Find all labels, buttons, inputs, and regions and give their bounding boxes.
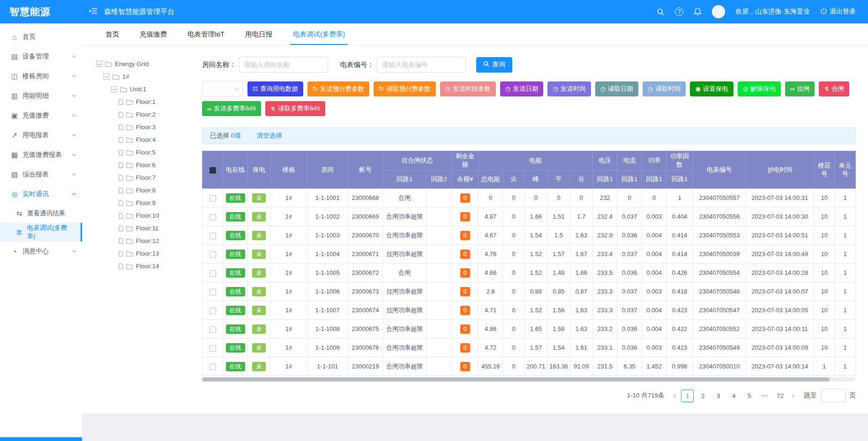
- tab-0[interactable]: 首页: [95, 23, 129, 45]
- row-checkbox[interactable]: [210, 364, 216, 370]
- sidebar-collapse-button[interactable]: [89, 7, 97, 16]
- row-checkbox[interactable]: [210, 251, 216, 258]
- tree-node[interactable]: Floor:7: [96, 171, 191, 184]
- mail-icon: ⊡: [253, 86, 258, 92]
- row-checkbox[interactable]: [210, 326, 216, 333]
- read-date-button[interactable]: ◷读取日期: [595, 81, 638, 96]
- cell-valley: 1.67: [570, 245, 592, 264]
- set-power-protect-button[interactable]: ◉设置保电: [690, 81, 733, 96]
- scrollbar-thumb[interactable]: [202, 377, 830, 382]
- read-multirate-645-button[interactable]: ↯读取多费率645: [265, 101, 325, 116]
- send-prepaid-params-button[interactable]: ↻发送预付费参数: [307, 81, 369, 96]
- close-switch-button[interactable]: ↯合闸: [819, 81, 849, 96]
- jump-page-input[interactable]: [821, 389, 846, 402]
- tree-node[interactable]: Floor:14: [96, 260, 191, 272]
- tree-node[interactable]: Floor:3: [96, 121, 191, 133]
- page-3[interactable]: 3: [712, 390, 725, 402]
- tab-3[interactable]: 用电日报: [235, 23, 283, 45]
- read-prepaid-params-button[interactable]: ↻读取预付费参数: [374, 81, 435, 96]
- cell-power: 0.004: [642, 264, 666, 282]
- sidebar-item-10[interactable]: ≣电表调试(多费率): [0, 223, 82, 242]
- chevron-down-icon: [72, 113, 76, 117]
- tab-2[interactable]: 电表管理IoT: [177, 23, 235, 45]
- table-row: 在线未1#1-1-100723000674拉闸功率超限04.7101.521.5…: [202, 301, 856, 320]
- tree-node[interactable]: Floor:2: [96, 108, 191, 121]
- tree-node[interactable]: Floor:12: [96, 235, 191, 247]
- row-checkbox[interactable]: [210, 233, 216, 239]
- sidebar-item-0[interactable]: ⌂首页: [0, 27, 82, 47]
- pull-switch-button[interactable]: ∞拉闸: [785, 81, 815, 96]
- sidebar-item-9[interactable]: ⇆查看通讯结果: [0, 204, 82, 223]
- remove-power-protect-button[interactable]: ◎解除保电: [738, 81, 781, 96]
- meter-no-input[interactable]: [377, 57, 466, 73]
- search-icon[interactable]: [657, 8, 665, 16]
- notification-bell-icon[interactable]: [694, 7, 702, 16]
- cell-online: 在线: [223, 338, 247, 357]
- file-icon: [119, 112, 123, 118]
- tab-4[interactable]: 电表调试(多费率): [283, 23, 355, 45]
- user-avatar[interactable]: [712, 5, 725, 18]
- room-name-input[interactable]: [239, 57, 328, 73]
- shield-off-icon: ◎: [743, 86, 748, 92]
- next-page-button[interactable]: ›: [790, 391, 795, 400]
- tree-collapse-icon[interactable]: −: [111, 86, 117, 92]
- row-checkbox[interactable]: [210, 270, 216, 277]
- sidebar-item-3[interactable]: ▥用能明细: [0, 86, 82, 106]
- page-ellipsis[interactable]: •••: [758, 390, 771, 402]
- header-power-loop1: 回路1: [642, 170, 666, 189]
- tree-node[interactable]: −Energy Grid: [96, 58, 191, 70]
- sidebar-item-4[interactable]: ▣充值缴费: [0, 106, 82, 125]
- sidebar-item-1[interactable]: ▤设备管理: [0, 47, 82, 66]
- summary-report-icon: ▧: [9, 170, 20, 179]
- prev-page-button[interactable]: ‹: [672, 391, 677, 400]
- tree-node[interactable]: Floor:5: [96, 146, 191, 159]
- row-checkbox[interactable]: [210, 214, 216, 220]
- tree-collapse-icon[interactable]: −: [96, 61, 102, 67]
- tree-node[interactable]: Floor:8: [96, 184, 191, 197]
- tab-1[interactable]: 充值缴费: [129, 23, 177, 45]
- page-5[interactable]: 5: [743, 390, 756, 402]
- balance-badge: 0: [460, 343, 470, 353]
- meter-table-body: 在线未1#1-1-100123000668合闸00000023200123040…: [202, 189, 856, 376]
- sidebar-item-11[interactable]: ◔消息中心: [0, 242, 82, 261]
- help-icon[interactable]: ?: [675, 7, 683, 16]
- tree-collapse-icon[interactable]: −: [104, 74, 110, 80]
- energy-detail-icon: ▥: [9, 92, 20, 100]
- send-time-button[interactable]: ◷发送时间: [547, 81, 591, 96]
- sidebar-item-7[interactable]: ▧综合报表: [0, 165, 82, 184]
- logout-button[interactable]: 退出登录: [820, 7, 856, 16]
- tree-node[interactable]: Floor:9: [96, 197, 191, 209]
- select-all-checkbox[interactable]: [210, 167, 216, 174]
- page-4[interactable]: 4: [727, 390, 740, 402]
- tree-node[interactable]: Floor:13: [96, 247, 191, 260]
- tree-node[interactable]: Floor:1: [96, 96, 191, 108]
- sidebar-item-5[interactable]: ↗用电报表: [0, 125, 82, 145]
- sidebar-item-6[interactable]: ▦充值缴费报表: [0, 145, 82, 165]
- clear-selection-link[interactable]: 清空选择: [257, 132, 282, 140]
- send-date-button[interactable]: ◷发送日期: [500, 81, 543, 96]
- page-1[interactable]: 1: [681, 390, 694, 402]
- tree-node[interactable]: Floor:10: [96, 209, 191, 222]
- row-checkbox[interactable]: [210, 345, 216, 352]
- row-checkbox[interactable]: [210, 195, 216, 202]
- read-time-button[interactable]: ◷读取时间: [643, 81, 686, 96]
- tree-node[interactable]: Floor:11: [96, 222, 191, 235]
- tree-node[interactable]: −1#: [96, 70, 191, 83]
- cell-total-energy: 0: [478, 189, 502, 207]
- send-period-params-button[interactable]: ◷发送时段参数: [440, 81, 496, 96]
- header-floor-no: 楼层号: [814, 151, 835, 189]
- page-2[interactable]: 2: [696, 390, 709, 402]
- row-checkbox[interactable]: [210, 308, 216, 314]
- query-power-data-button[interactable]: ⊡查询用电数据: [247, 81, 303, 96]
- tree-node[interactable]: Floor:6: [96, 159, 191, 171]
- sidebar-item-2[interactable]: ◫楼栋房间: [0, 66, 82, 86]
- tree-node[interactable]: −Unit:1: [96, 83, 191, 96]
- row-checkbox[interactable]: [210, 289, 216, 295]
- sidebar-bottom-bar[interactable]: [0, 437, 82, 441]
- send-multirate-645-button[interactable]: ∞发送多费率645: [202, 101, 261, 116]
- rate-select-dropdown[interactable]: [202, 81, 243, 96]
- search-button[interactable]: 查询: [476, 57, 512, 73]
- page-72[interactable]: 72: [774, 390, 786, 402]
- tree-node[interactable]: Floor:4: [96, 133, 191, 146]
- sidebar-item-8[interactable]: ◎实时通讯: [0, 184, 82, 204]
